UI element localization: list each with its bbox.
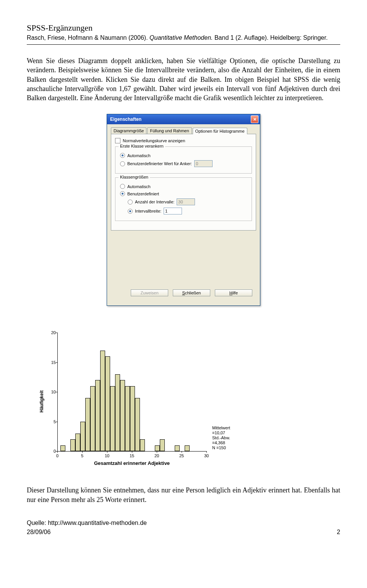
histogram-bar [70,439,75,451]
histogram-bar [80,422,85,452]
interval-width-input[interactable]: 1 [164,208,182,214]
histogram-bar [175,445,180,452]
tab-chart-size[interactable]: Diagrammgröße [111,127,146,134]
radio-icon[interactable] [120,184,125,189]
bars-container [58,333,207,451]
histogram-bar [120,380,125,451]
histogram-bar [110,386,115,452]
help-button[interactable]: Hilfe [215,289,252,296]
x-tick-label: 30 [204,453,209,458]
close-icon[interactable]: ✕ [251,115,258,123]
histogram-bar [135,398,140,452]
x-tick-label: 15 [130,453,134,458]
tab-fill-border[interactable]: Füllung und Rahmen [147,127,192,134]
radio-bin-custom[interactable]: Benutzerdefiniert [120,191,248,196]
radio-icon[interactable] [120,153,125,158]
histogram-bar [105,356,110,451]
footer-row: 28/09/06 2 [27,529,340,536]
radio-bin-auto[interactable]: Automatisch [120,184,248,189]
dialog-title: Eigenschaften [110,117,141,122]
radio-icon[interactable] [128,209,133,214]
radio-label: Intervallbreite: [135,209,161,213]
radio-label: Automatisch [127,184,151,189]
footer-date: 28/09/06 [27,529,50,536]
histogram-bar [160,439,165,451]
x-tick-label: 0 [56,453,58,458]
histogram-bar [60,445,65,452]
dialog-titlebar[interactable]: Eigenschaften ✕ [107,114,260,124]
histogram-bar [125,386,130,452]
authors: Rasch, Friese, Hofmann & Naumann (2006). [27,34,149,41]
radio-icon[interactable] [128,200,133,205]
x-tick-label: 20 [154,453,159,458]
y-axis-label: Häufigkeit [39,390,44,413]
tab-strip: Diagrammgröße Füllung und Rahmen Optione… [111,127,256,134]
histogram-bar [130,386,135,452]
checkbox-label: Normalverteilungskurve anzeigen [123,138,185,143]
checkbox-normal-curve[interactable]: Normalverteilungskurve anzeigen [115,138,252,143]
histogram-bar [85,398,90,452]
histogram-bar [75,434,80,452]
checkbox-icon[interactable] [115,138,120,143]
radio-label: Benutzerdefinierter Wert für Anker: [127,161,192,166]
interval-count-input[interactable]: 30 [177,198,195,205]
properties-dialog: Eigenschaften ✕ Diagrammgröße Füllung un… [107,114,260,306]
group-anchor: Erste Klasse verankern Automatisch Benut… [115,146,252,174]
y-tick-label: 20 [50,330,56,335]
group-binsize-legend: Klassengrößen [119,175,150,179]
x-axis-label: Gesamtzahl erinnerter Adjektive [57,460,206,466]
radio-anchor-auto[interactable]: Automatisch [120,153,248,158]
x-tick-label: 25 [179,453,184,458]
histogram-bar [185,445,190,452]
stat-sd: Std.-Abw. =4,368 [212,435,237,445]
chart-stats: Mittelwert =10,07 Std.-Abw. =4,368 N =15… [212,426,237,451]
histogram-bar [90,386,95,452]
book-title: Quantitative Methoden. [149,34,214,41]
radio-bin-width[interactable]: Intervallbreite: 1 [128,208,248,214]
radio-label: Anzahl der Intervalle: [135,200,174,204]
radio-label: Automatisch [127,153,151,158]
tab-histogram-options[interactable]: Optionen für Histogramme [193,128,247,134]
paragraph-intro: Wenn Sie dieses Diagramm doppelt anklick… [27,56,340,102]
tab-panel: Normalverteilungskurve anzeigen Erste Kl… [111,134,256,231]
close-button[interactable]: Schließen [173,289,210,296]
radio-anchor-custom[interactable]: Benutzerdefinierter Wert für Anker: 0 [120,160,248,167]
footer-page: 2 [337,529,340,536]
page-header-title: SPSS-Ergänzungen [27,23,340,33]
dialog-button-row: Zuweisen Schließen Hilfe [111,231,256,302]
histogram-bar [100,351,105,452]
y-tick-label: 10 [50,390,56,394]
x-tick-label: 5 [81,453,83,458]
plot-area [57,333,207,452]
header-divider [27,44,340,45]
histogram-bar [95,380,100,451]
histogram-chart: Häufigkeit Gesamtzahl erinnerter Adjekti… [38,329,237,474]
histogram-bar [140,439,145,451]
group-anchor-legend: Erste Klasse verankern [119,144,165,148]
citation-rest: Band 1 (2. Auflage). Heidelberg: Springe… [214,34,328,41]
radio-label: Benutzerdefiniert [127,192,159,196]
radio-icon[interactable] [120,161,125,166]
y-tick-label: 15 [50,360,56,365]
x-tick-label: 10 [105,453,109,458]
y-tick-label: 5 [50,419,56,424]
radio-bin-count[interactable]: Anzahl der Intervalle: 30 [128,198,248,205]
anchor-value-input[interactable]: 0 [194,160,213,167]
footer-source: Quelle: http://www.quantitative-methoden… [27,520,340,526]
radio-icon[interactable] [120,191,125,196]
apply-button[interactable]: Zuweisen [131,289,168,296]
page-header-citation: Rasch, Friese, Hofmann & Naumann (2006).… [27,34,340,41]
histogram-bar [115,374,120,452]
paragraph-conclusion: Dieser Darstellung können Sie entnehmen,… [27,486,340,504]
stat-mean: Mittelwert =10,07 [212,426,237,435]
histogram-bar [155,445,160,452]
group-binsize: Klassengrößen Automatisch Benutzerdefini… [115,177,252,221]
y-tick-label: 0 [50,449,56,453]
stat-n: N =150 [212,445,237,450]
